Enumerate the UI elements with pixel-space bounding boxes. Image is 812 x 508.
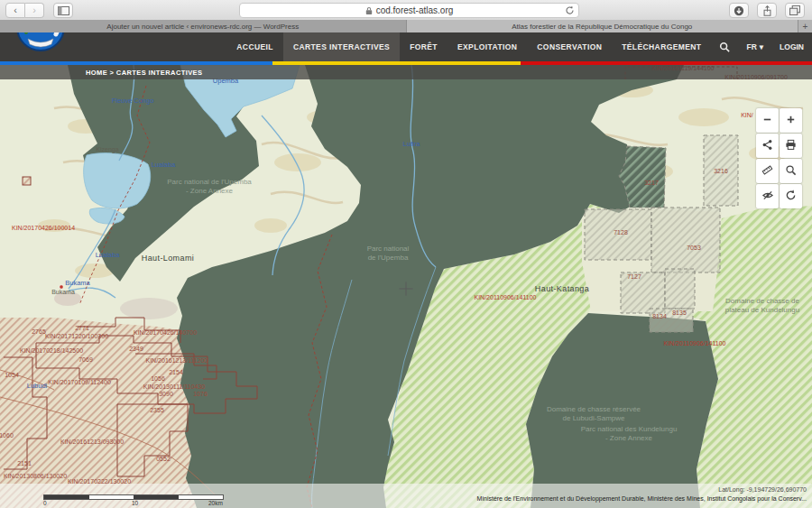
zoom-in-button[interactable] bbox=[780, 108, 802, 133]
lake-kisale bbox=[84, 153, 151, 208]
flag-stripe bbox=[0, 61, 812, 65]
square-8135 bbox=[665, 269, 695, 309]
square-7127 bbox=[621, 272, 665, 313]
share-icon[interactable] bbox=[757, 3, 777, 18]
url-bar[interactable]: cod.forest-atlas.org bbox=[239, 3, 579, 18]
measure-icon bbox=[761, 163, 773, 180]
nav-item-exploitation[interactable]: EXPLOITATION bbox=[448, 32, 527, 61]
small-claim-square bbox=[23, 177, 31, 185]
refresh-icon bbox=[785, 189, 797, 205]
tab-wordpress[interactable]: Ajouter un nouvel article ‹ environews-r… bbox=[0, 20, 407, 32]
minus-icon bbox=[761, 113, 773, 129]
lock-icon bbox=[365, 6, 373, 15]
browser-toolbar: ‹ › cod.forest-atlas.org bbox=[0, 0, 812, 21]
login-button[interactable]: LOGIN bbox=[771, 32, 812, 61]
nav-item-cartes-interactives[interactable]: CARTES INTERACTIVES bbox=[283, 32, 400, 61]
tab-bar: Ajouter un nouvel article ‹ environews-r… bbox=[0, 20, 812, 32]
plus-icon bbox=[785, 113, 797, 129]
hide-button[interactable] bbox=[756, 184, 779, 208]
lang-selector[interactable]: FR▾ bbox=[738, 32, 771, 61]
square-3216 bbox=[704, 135, 738, 206]
breadcrumb[interactable]: HOME > CARTES INTERACTIVES bbox=[86, 69, 202, 77]
zoom-out-button[interactable] bbox=[756, 108, 779, 133]
forward-icon[interactable]: › bbox=[25, 3, 44, 18]
nav-item-accueil[interactable]: ACCUEIL bbox=[226, 32, 283, 61]
search-button[interactable] bbox=[780, 159, 802, 183]
scalebar-tick: 10 bbox=[132, 500, 138, 506]
measure-button[interactable] bbox=[756, 159, 779, 183]
scalebar-tick: 0 bbox=[43, 500, 47, 506]
reset-button[interactable] bbox=[780, 184, 802, 208]
nav-item-for-t[interactable]: FORÊT bbox=[400, 32, 448, 61]
back-icon[interactable]: ‹ bbox=[5, 3, 25, 18]
map-scalebar: 01020km bbox=[43, 494, 224, 507]
tab-forest-atlas[interactable]: Atlas forestier de la République Démocra… bbox=[407, 20, 799, 32]
map-crosshair-icon bbox=[400, 282, 413, 296]
share-button[interactable] bbox=[756, 134, 779, 158]
downloads-icon[interactable] bbox=[729, 3, 749, 18]
scalebar-tick: 20km bbox=[208, 500, 223, 506]
url-text: cod.forest-atlas.org bbox=[376, 5, 454, 15]
map-controls bbox=[756, 108, 802, 208]
refresh-icon[interactable] bbox=[565, 5, 575, 15]
new-tab-button[interactable]: + bbox=[798, 20, 812, 32]
square-7053 bbox=[651, 208, 720, 272]
breadcrumb-bar: HOME > CARTES INTERACTIVES bbox=[0, 65, 812, 79]
tabs-icon[interactable] bbox=[785, 3, 805, 18]
share-nodes-icon bbox=[761, 138, 773, 154]
printer-icon bbox=[785, 138, 797, 154]
nav-item-t-l-chargement[interactable]: TÉLÉCHARGEMENT bbox=[612, 32, 711, 61]
print-button[interactable] bbox=[780, 134, 802, 158]
bukama-town-dot bbox=[60, 285, 63, 289]
nav-item-conservation[interactable]: CONSERVATION bbox=[527, 32, 612, 61]
latlong-readout: Lat/Long: -9,194729/26,690770 bbox=[0, 486, 807, 493]
site-nav: ACCUEILCARTES INTERACTIVESFORÊTEXPLOITAT… bbox=[0, 32, 812, 61]
square-8134 bbox=[650, 309, 693, 332]
sidebar-icon[interactable] bbox=[53, 3, 73, 18]
square-7128 bbox=[585, 209, 651, 260]
magnifier-icon bbox=[785, 163, 797, 180]
eye-slash-icon bbox=[761, 189, 774, 205]
nav-search-icon[interactable] bbox=[711, 32, 738, 61]
chevron-down-icon: ▾ bbox=[760, 42, 763, 51]
